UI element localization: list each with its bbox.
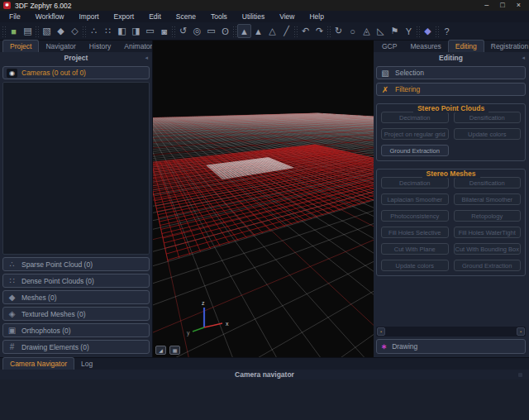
select-textured-icon[interactable]: ◨ xyxy=(129,24,143,38)
densify-cloud-icon[interactable]: ◆ xyxy=(54,24,68,38)
bottom-panel-tab[interactable]: Log xyxy=(74,358,99,370)
group-button[interactable]: Bilateral Smoother xyxy=(454,193,522,205)
item-label: Meshes (0) xyxy=(21,294,57,302)
flag-icon[interactable]: ⚑ xyxy=(388,24,402,38)
mesh-extraction-icon[interactable]: ◇ xyxy=(68,24,82,38)
zephyr-cube-icon[interactable]: ◆ xyxy=(421,24,435,38)
group-button[interactable]: Ground Extraction xyxy=(454,260,522,271)
scroll-left-button[interactable]: • xyxy=(377,327,385,336)
redo-icon[interactable]: ↷ xyxy=(312,24,326,38)
new-project-icon[interactable]: ■ xyxy=(7,24,21,38)
group-title: Stereo Meshes xyxy=(422,169,480,178)
timeline-icon[interactable]: ▭ xyxy=(204,24,218,38)
group-button[interactable]: Laplacian Smoother xyxy=(381,193,449,205)
left-panel-tab[interactable]: History xyxy=(83,41,117,52)
orbit-icon[interactable]: ↻ xyxy=(331,24,346,38)
left-panel-tab[interactable]: Project xyxy=(2,40,39,52)
cameras-button[interactable]: ◉ Cameras (0 out of 0) xyxy=(2,66,150,79)
right-panel-tab[interactable]: GCP xyxy=(375,41,403,52)
filtering-icon: ✗ xyxy=(380,85,390,94)
drawing-elements-item[interactable]: # Drawing Elements (0) xyxy=(2,340,150,354)
project-panel: ProjectNavigatorHistoryAnimator Project … xyxy=(0,41,152,357)
menu-bar: FileWorkflowImportExportEditSceneToolsUt… xyxy=(0,11,529,22)
panel-scroll-strip[interactable]: • • xyxy=(376,327,526,336)
select-mesh-icon[interactable]: ◧ xyxy=(115,24,129,38)
loop-mode-icon[interactable]: ↺ xyxy=(176,24,190,38)
sparse-point-cloud-item[interactable]: ∴ Sparse Point Cloud (0) xyxy=(2,257,150,271)
menu-item[interactable]: File xyxy=(2,11,28,22)
menu-item[interactable]: Edit xyxy=(141,11,169,22)
bottom-panel-tab[interactable]: Camera Navigator xyxy=(2,357,74,370)
menu-item[interactable]: View xyxy=(272,11,302,22)
menu-item[interactable]: Export xyxy=(107,11,142,22)
left-panel-title: Project xyxy=(0,54,152,62)
group-button[interactable]: Update colors xyxy=(381,260,449,271)
collapse-panel-icon[interactable]: ◂ xyxy=(522,55,525,61)
select-dense-icon[interactable]: ∷ xyxy=(101,24,115,38)
orthophotos-item[interactable]: ▣ Orthophotos (0) xyxy=(2,323,150,337)
triangle-outline-icon[interactable]: △ xyxy=(265,24,279,38)
group-button[interactable]: Photoconsistency xyxy=(381,210,449,222)
brush-icon[interactable]: ╱ xyxy=(279,24,293,38)
viewport-3d[interactable]: z x y ◢▦ xyxy=(152,41,373,357)
menu-item[interactable]: Import xyxy=(72,11,107,22)
right-panel-tab[interactable]: Editing xyxy=(448,40,484,52)
group-button[interactable]: Project on regular grid xyxy=(381,128,449,140)
triangle-filled-icon[interactable]: ▲ xyxy=(237,24,251,38)
scroll-right-button[interactable]: • xyxy=(517,327,525,336)
group-button[interactable]: Fill Holes WaterTight xyxy=(454,227,522,238)
help-icon[interactable]: ? xyxy=(440,24,454,38)
target-icon[interactable]: ◎ xyxy=(190,24,204,38)
collapse-panel-icon[interactable]: ◂ xyxy=(145,55,148,61)
minimize-button[interactable]: – xyxy=(484,0,488,11)
selection-rect-icon[interactable]: ▧ xyxy=(40,24,54,38)
panel-menu-icon[interactable] xyxy=(518,373,522,377)
left-panel-tab[interactable]: Navigator xyxy=(39,41,82,52)
camera-navigator-body xyxy=(0,379,529,420)
right-panel-tab[interactable]: Measures xyxy=(403,41,447,52)
toolbar: ■▤▧◆◇∴∷◧◨▭◙↺◎▭ʘ▲▲△╱↶↷↻○◬◺⚑Y◆? xyxy=(0,22,529,41)
bottom-panel-title: Camera navigator xyxy=(0,370,529,379)
select-sparse-icon[interactable]: ∴ xyxy=(87,24,101,38)
editing-panel: GCPMeasuresEditingRegistration Editing ◂… xyxy=(373,41,529,357)
dense-point-clouds-item[interactable]: ∷ Dense Point Clouds (0) xyxy=(2,274,150,288)
light-bulb-icon[interactable]: ʘ xyxy=(218,24,232,38)
selection-icon: ▧ xyxy=(380,69,390,78)
select-ortho-icon[interactable]: ▭ xyxy=(143,24,157,38)
rotate-gizmo-icon[interactable]: ◬ xyxy=(360,24,374,38)
selection-button[interactable]: ▧ Selection xyxy=(376,66,526,79)
item-label: Dense Point Clouds (0) xyxy=(21,277,94,285)
group-button[interactable]: Fill Holes Selective xyxy=(381,227,449,238)
right-panel-tab[interactable]: Registration xyxy=(484,41,529,52)
group-button[interactable]: Cut With Bounding Box xyxy=(454,243,522,255)
menu-item[interactable]: Tools xyxy=(203,11,235,22)
menu-item[interactable]: Utilities xyxy=(235,11,272,22)
undo-icon[interactable]: ↶ xyxy=(298,24,312,38)
wrench-icon[interactable]: Y xyxy=(402,24,416,38)
measure-angle-icon[interactable]: ◺ xyxy=(374,24,388,38)
filtering-button[interactable]: ✗ Filtering xyxy=(376,83,526,96)
menu-item[interactable]: Scene xyxy=(169,11,203,22)
group-button[interactable]: Update colors xyxy=(454,128,522,140)
viewport-screenshot-button[interactable]: ◢ xyxy=(155,346,166,355)
triangle-icon[interactable]: ▲ xyxy=(251,24,265,38)
left-panel-tabs: ProjectNavigatorHistoryAnimator xyxy=(0,41,152,52)
maximize-button[interactable]: □ xyxy=(500,0,504,11)
menu-item[interactable]: Help xyxy=(302,11,331,22)
meshes-item[interactable]: ◆ Meshes (0) xyxy=(2,290,150,304)
group-button[interactable]: Retopology xyxy=(454,210,522,222)
viewport-grid-button[interactable]: ▦ xyxy=(169,346,180,355)
group-button[interactable]: Cut With Plane xyxy=(381,243,449,255)
camera-icon[interactable]: ◙ xyxy=(157,24,171,38)
menu-item[interactable]: Workflow xyxy=(28,11,72,22)
textured-meshes-item[interactable]: ◈ Textured Meshes (0) xyxy=(2,307,150,321)
cameras-list-area[interactable] xyxy=(2,82,150,255)
item-icon: ∷ xyxy=(7,276,17,285)
stereo-meshes-group: Stereo Meshes DecimationDensificationLap… xyxy=(376,169,526,276)
open-project-icon[interactable]: ▤ xyxy=(21,24,35,38)
circle-select-icon[interactable]: ○ xyxy=(346,24,360,38)
group-button[interactable]: Ground Extraction xyxy=(381,145,449,156)
drawing-button[interactable]: ∗ Drawing xyxy=(376,339,526,354)
close-button[interactable]: × xyxy=(517,0,521,11)
stereo-point-clouds-group: Stereo Point Clouds DecimationDensificat… xyxy=(376,103,526,161)
